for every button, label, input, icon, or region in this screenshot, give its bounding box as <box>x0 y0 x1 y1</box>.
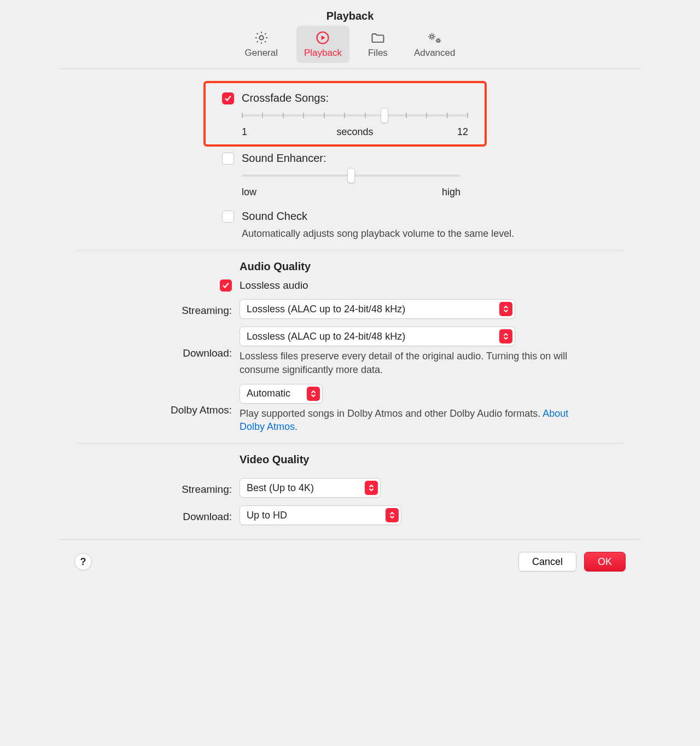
dolby-atmos-select[interactable]: Automatic <box>240 384 323 404</box>
video-streaming-label: Streaming: <box>59 480 240 496</box>
svg-point-2 <box>430 35 433 38</box>
audio-download-select[interactable]: Lossless (ALAC up to 24-bit/48 kHz) <box>240 327 515 346</box>
play-circle-icon <box>314 29 331 46</box>
sound-enhancer-checkbox[interactable] <box>222 153 234 165</box>
ok-button[interactable]: OK <box>584 552 626 572</box>
cancel-button[interactable]: Cancel <box>518 552 576 572</box>
sound-enhancer-slider[interactable] <box>242 169 460 182</box>
folder-icon <box>369 29 387 46</box>
window-title: Playback <box>59 0 641 22</box>
sound-check-checkbox[interactable] <box>222 211 234 223</box>
tab-general[interactable]: General <box>237 26 285 63</box>
enhancer-high-label: high <box>442 186 460 198</box>
audio-quality-heading: Audio Quality <box>240 260 584 273</box>
audio-streaming-label: Streaming: <box>59 301 240 317</box>
video-quality-heading: Video Quality <box>240 453 584 466</box>
sound-check-desc: Automatically adjusts song playback volu… <box>242 227 550 240</box>
tab-playback-label: Playback <box>304 48 342 59</box>
stepper-icon <box>499 302 512 316</box>
stepper-icon <box>499 329 512 343</box>
enhancer-low-label: low <box>242 186 256 198</box>
video-download-select[interactable]: Up to HD <box>240 505 401 525</box>
crossfade-label: Crossfade Songs: <box>242 92 329 104</box>
video-download-label: Download: <box>59 508 240 523</box>
tab-general-label: General <box>245 48 278 59</box>
dolby-atmos-label: Dolby Atmos: <box>59 401 240 416</box>
crossfade-checkbox[interactable] <box>222 92 234 104</box>
lossless-desc: Lossless files preserve every detail of … <box>240 349 579 376</box>
crossfade-highlight: Crossfade Songs: 1 seconds 12 <box>203 81 487 147</box>
tab-files-label: Files <box>368 48 388 59</box>
tab-playback[interactable]: Playback <box>296 26 349 63</box>
lossless-label: Lossless audio <box>240 279 308 291</box>
crossfade-slider[interactable] <box>242 109 468 122</box>
sound-enhancer-label: Sound Enhancer: <box>242 152 326 165</box>
svg-point-3 <box>437 39 439 42</box>
crossfade-unit-label: seconds <box>336 126 373 138</box>
svg-point-0 <box>259 36 263 39</box>
prefs-tabs: General Playback Files Advanced <box>59 26 641 68</box>
audio-streaming-value: Lossless (ALAC up to 24-bit/48 kHz) <box>247 304 405 315</box>
audio-download-value: Lossless (ALAC up to 24-bit/48 kHz) <box>247 331 405 342</box>
dolby-desc: Play supported songs in Dolby Atmos and … <box>240 408 542 419</box>
stepper-icon <box>307 387 320 401</box>
video-streaming-select[interactable]: Best (Up to 4K) <box>240 478 381 498</box>
crossfade-max-label: 12 <box>457 126 468 138</box>
tab-files[interactable]: Files <box>360 26 395 63</box>
audio-streaming-select[interactable]: Lossless (ALAC up to 24-bit/48 kHz) <box>240 299 515 319</box>
stepper-icon <box>386 508 399 522</box>
audio-download-label: Download: <box>59 344 240 359</box>
gear-icon <box>253 29 270 46</box>
lossless-checkbox[interactable] <box>220 279 232 292</box>
tab-advanced-label: Advanced <box>414 48 456 59</box>
gears-icon <box>426 29 444 46</box>
help-button[interactable]: ? <box>74 553 92 570</box>
video-streaming-value: Best (Up to 4K) <box>247 482 314 494</box>
dolby-atmos-value: Automatic <box>247 388 290 399</box>
sound-check-label: Sound Check <box>242 210 307 223</box>
tab-advanced[interactable]: Advanced <box>406 26 463 63</box>
crossfade-min-label: 1 <box>242 126 247 138</box>
stepper-icon <box>365 481 378 495</box>
video-download-value: Up to HD <box>247 510 287 521</box>
